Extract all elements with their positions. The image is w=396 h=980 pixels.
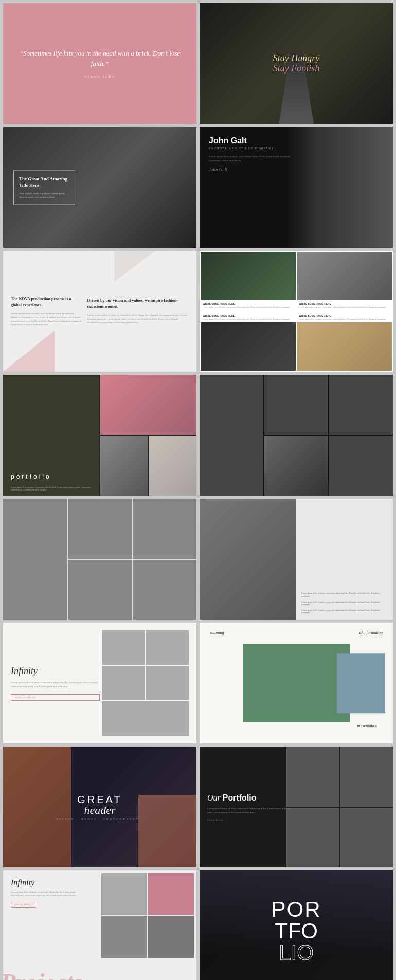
bw-cell-3 — [329, 375, 393, 435]
subtitle-text: Your subtitle needs to go here. Lorem ip… — [19, 192, 69, 199]
photo-thumb-1 — [102, 630, 145, 665]
bw-cell-5 — [329, 436, 393, 496]
person-body: Lorem ipsum dolor sit amet, eros volutpa… — [209, 155, 291, 162]
cell-label: WRITE SOMETHING HERE — [201, 300, 296, 306]
ph-2 — [148, 873, 194, 915]
portfolio-desc: Lorem ipsum dolor sit amet, consectetur … — [11, 486, 99, 492]
nova-left: The NOVA production process is a global … — [11, 296, 82, 327]
person-role: Founder and CEO of Company — [209, 147, 291, 150]
women-cell-4 — [68, 560, 132, 620]
person-info: John Galt Founder and CEO of Company Lor… — [209, 136, 291, 172]
nova-right: Driven by our vision and values, we insp… — [82, 298, 189, 325]
title-text: The Great And Amazing Title Here — [19, 176, 69, 189]
projects-text: Projects — [3, 968, 83, 980]
our-portfolio-title: Our Portfolio — [207, 793, 296, 803]
slide-great-title: The Great And Amazing Title Here Your su… — [3, 127, 196, 248]
ph-1 — [101, 873, 147, 915]
city-photo-right — [138, 795, 196, 867]
women-cell-3 — [133, 499, 196, 559]
women-cell-2 — [68, 499, 132, 559]
driven-title: Driven by our vision and values, we insp… — [87, 298, 189, 310]
great-center-text: GREAT header design . media . photograph… — [56, 794, 143, 821]
stunning-label: stunning — [210, 630, 224, 635]
do-you-body: Lorem ipsum dolor sit amet, consectetur … — [301, 592, 388, 597]
presentation-label: presentation — [357, 723, 377, 728]
slide-infinity: Infinity Lorem ipsum dolor sit amet, con… — [3, 623, 196, 743]
ph-3 — [101, 916, 147, 957]
infinity2-photos — [101, 873, 194, 958]
photo-row — [100, 436, 196, 496]
portfolio-right — [100, 375, 196, 496]
slide-stay-hungry: Stay Hungry Stay Foolish — [200, 3, 393, 124]
triangle-decoration-2 — [114, 251, 155, 282]
infinity-photos — [100, 630, 189, 736]
photo-cell-1: WRITE SOMETHING HERE Lorem ipsum dolor s… — [201, 252, 296, 311]
cell-body: Lorem ipsum dolor sit amet, consectetur … — [297, 318, 392, 323]
person-name: John Galt — [209, 136, 291, 146]
right-photo — [337, 653, 385, 714]
do-you-body-2: Lorem ipsum dolor sit amet, consectetur … — [301, 601, 388, 606]
slide-portfolio-flowers: portfolio Lorem ipsum dolor sit amet, co… — [3, 375, 196, 496]
stay-hungry-text: Stay Hungry — [273, 53, 320, 64]
photo-area — [201, 252, 296, 300]
our-portfolio-left: Our Portfolio Lorem ipsum dolor sit amet… — [207, 793, 296, 821]
triangle-decoration — [3, 331, 55, 372]
portfolio-photo-4 — [340, 808, 393, 868]
infinity-body: Lorem ipsum dolor sit amet, consectetur … — [11, 681, 100, 689]
akin-label: akinformation — [359, 630, 383, 635]
stay-foolish-text: Stay Foolish — [273, 64, 320, 74]
view-more-link[interactable]: View More → — [207, 819, 296, 821]
bg-photo — [200, 499, 296, 620]
slide-great-header: GREAT header design . media . photograph… — [3, 747, 196, 867]
driven-body: Lorem ipsum dolor sit amet, eros hendrer… — [87, 313, 189, 325]
do-you-body-3: Lorem ipsum dolor sit amet, consectetur … — [301, 609, 388, 614]
title-box: The Great And Amazing Title Here Your su… — [13, 170, 75, 205]
signature: John Galt — [209, 167, 291, 172]
portfolio-photo-2 — [340, 747, 393, 807]
know-more-button[interactable]: Know More — [11, 694, 100, 701]
portfolio-label: portfolio — [11, 473, 51, 480]
bw-cell-main — [200, 375, 263, 496]
portfolio-body: Lorem ipsum dolor sit amet, consectetur … — [207, 807, 296, 814]
photo-thumb-4 — [146, 666, 189, 700]
photo-cell-2: WRITE SOMETHING HERE Lorem ipsum dolor s… — [297, 252, 392, 311]
nova-body: Lorem ipsum dolor sit amet, eros hendrer… — [11, 312, 82, 327]
bw-cell-2 — [264, 375, 328, 435]
quote-attribution: Steve Jobs — [84, 75, 115, 79]
portfolio-left: portfolio Lorem ipsum dolor sit amet, co… — [3, 375, 99, 496]
ph-4 — [148, 916, 194, 957]
bw-cell-4 — [264, 436, 328, 496]
photo-cell-3: WRITE SOMETHING HERE Lorem ipsum dolor s… — [201, 312, 296, 371]
header-text: header — [56, 806, 143, 815]
photo-cell-4: WRITE SOMETHING HERE Lorem ipsum dolor s… — [297, 312, 392, 371]
photo-thumb-3 — [102, 666, 145, 700]
know-more-2-button[interactable]: Know More — [11, 902, 35, 908]
slide-portfolio-letters: POR TFO LIO PREV NEXT — [200, 870, 393, 980]
infinity2-body: Lorem ipsum dolor sit amet, consectetur … — [11, 891, 78, 898]
photo-area — [297, 322, 392, 371]
quote-text: “Sometimes life hits you in the head wit… — [13, 48, 186, 68]
cell-label: WRITE SOMETHING HERE — [297, 300, 392, 306]
slide-stunning: stunning akinformation presentation — [200, 623, 393, 743]
cell-label: WRITE SOMETHING HERE — [297, 312, 392, 318]
photo-thumb — [100, 375, 196, 435]
slide-john-galt: John Galt Founder and CEO of Company Lor… — [200, 127, 393, 248]
photo-thumb-2 — [146, 630, 189, 665]
photo-thumb — [149, 436, 197, 496]
text-overlay: Stay Hungry Stay Foolish — [273, 53, 320, 74]
slide-do-you-feel: Lorem ipsum dolor sit amet, eros hendrer… — [200, 499, 393, 620]
slide-infinity-2: Infinity Lorem ipsum dolor sit amet, con… — [3, 870, 196, 980]
women-cell-1 — [3, 499, 67, 620]
our-portfolio-photos — [286, 747, 393, 867]
photo-thumb — [100, 436, 148, 496]
infinity-left: Infinity Lorem ipsum dolor sit amet, con… — [11, 630, 100, 736]
slide-bg — [286, 127, 393, 248]
photo-area — [297, 252, 392, 300]
cell-label: WRITE SOMETHING HERE — [201, 312, 296, 318]
slide-quote: “Sometimes life hits you in the head wit… — [3, 3, 196, 124]
do-you-left: Lorem ipsum dolor sit amet, eros hendrer… — [200, 499, 296, 620]
our-text: Our — [207, 793, 221, 802]
slide-nova: The NOVA production process is a global … — [3, 251, 196, 372]
slide-bw-grid — [200, 375, 393, 496]
photo-area — [201, 322, 296, 371]
